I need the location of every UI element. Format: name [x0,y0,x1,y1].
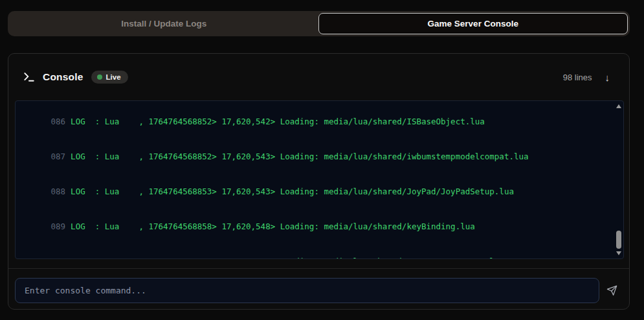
console-header: Console Live 98 lines ↓ [8,54,629,100]
log-line: 087LOG : Lua , 1764764568852> 17,620,543… [31,139,623,174]
log-line: 089LOG : Lua , 1764764568858> 17,620,548… [31,209,623,244]
log-line-number: 090 [50,256,65,259]
log-line-text: LOG : Lua , 1764764568859> 17,620,549> L… [65,257,504,259]
live-dot-icon [97,74,102,80]
log-lines: 086LOG : Lua , 1764764568852> 17,620,542… [31,104,623,259]
scrollbar-up-arrow-icon[interactable] [616,104,621,108]
card-divider [8,268,629,269]
log-line: 088LOG : Lua , 1764764568853> 17,620,543… [31,174,623,209]
log-line-text: LOG : Lua , 1764764568852> 17,620,542> L… [65,117,485,126]
log-line: 086LOG : Lua , 1764764568852> 17,620,542… [31,104,623,139]
log-scrollbar[interactable] [614,102,623,258]
tab-install-update-logs[interactable]: Install / Update Logs [10,13,318,34]
scroll-to-bottom-button[interactable]: ↓ [605,73,610,82]
scrollbar-thumb[interactable] [616,231,621,249]
log-line: 090LOG : Lua , 1764764568859> 17,620,549… [31,244,623,259]
log-line-text: LOG : Lua , 1764764568858> 17,620,548> L… [65,222,475,231]
lines-count: 98 lines [563,73,592,82]
send-command-button[interactable] [599,278,624,303]
log-viewport[interactable]: 086LOG : Lua , 1764764568852> 17,620,542… [15,100,624,259]
live-status-badge: Live [91,71,128,84]
tab-game-server-console[interactable]: Game Server Console [318,13,628,34]
scrollbar-down-arrow-icon[interactable] [616,251,621,255]
console-title: Console [43,71,83,83]
console-command-input[interactable] [15,278,599,303]
log-line-number: 087 [50,151,65,163]
command-input-row [15,278,624,303]
terminal-icon [23,71,36,84]
log-line-number: 086 [50,116,65,128]
console-card: Console Live 98 lines ↓ 086LOG : Lua , 1… [8,53,630,310]
send-icon [606,285,617,296]
tab-bar: Install / Update Logs Game Server Consol… [8,11,630,36]
log-line-number: 089 [50,221,65,233]
log-line-text: LOG : Lua , 1764764568853> 17,620,543> L… [65,187,514,196]
log-line-number: 088 [50,186,65,198]
live-label: Live [106,73,121,81]
log-line-text: LOG : Lua , 1764764568852> 17,620,543> L… [65,152,528,161]
